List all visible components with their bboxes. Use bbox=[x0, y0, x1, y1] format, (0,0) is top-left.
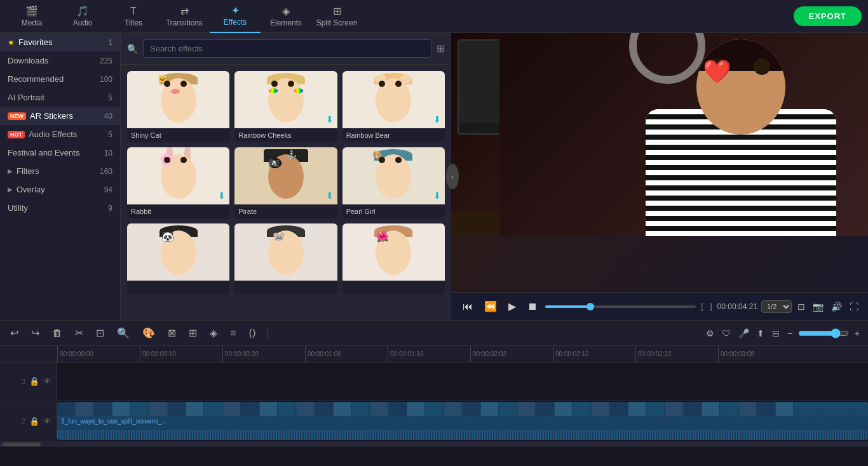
zoom-out-btn[interactable]: − bbox=[785, 326, 794, 340]
effect-card-pearl-girl[interactable]: 🎨 ⬇ Pearl Girl bbox=[342, 147, 445, 218]
scrollbar-thumb[interactable] bbox=[3, 443, 41, 446]
transform-button[interactable]: ⊠ bbox=[164, 324, 180, 342]
sidebar-item-filters[interactable]: ▶ Filters 160 bbox=[0, 162, 120, 180]
filters-expand-icon: ▶ bbox=[8, 168, 13, 175]
zoom-level-select[interactable]: 1/2 1/4 Full bbox=[761, 300, 792, 313]
audio-sync-button[interactable]: ≡ bbox=[226, 325, 240, 342]
stabilize-button[interactable]: ◈ bbox=[206, 324, 221, 342]
delete-button[interactable]: 🗑 bbox=[48, 325, 66, 342]
play-button[interactable]: ▶ bbox=[505, 298, 520, 315]
sidebar-item-audio-effects[interactable]: HOT Audio Effects 5 bbox=[0, 125, 120, 143]
utility-count: 9 bbox=[108, 204, 112, 213]
layout-button[interactable]: ⊟ bbox=[770, 326, 782, 340]
ar-stickers-count: 40 bbox=[104, 112, 112, 121]
ai-portrait-count: 5 bbox=[108, 93, 112, 102]
fit-screen-button[interactable]: ⊡ bbox=[796, 300, 807, 314]
mic-button[interactable]: 🎤 bbox=[736, 326, 751, 340]
crop-button[interactable]: ⊡ bbox=[92, 324, 108, 342]
export-button[interactable]: EXPORT bbox=[794, 6, 862, 26]
audio-effects-count: 5 bbox=[108, 130, 112, 139]
color-button[interactable]: 🎨 bbox=[139, 324, 159, 342]
effect-card-pirate[interactable]: 🏴‍☠️ ⚓ ⬇ Pirate bbox=[234, 147, 337, 218]
export-small-button[interactable]: ⬆ bbox=[755, 326, 766, 340]
search-input[interactable] bbox=[143, 39, 431, 58]
panel-collapse-arrow[interactable]: ‹ bbox=[446, 164, 459, 189]
speed-button[interactable]: ⟨⟩ bbox=[245, 324, 260, 342]
download-icon-pearl-girl[interactable]: ⬇ bbox=[433, 190, 441, 201]
horizontal-scrollbar[interactable] bbox=[0, 442, 868, 447]
split-button[interactable]: ⊞ bbox=[185, 324, 201, 342]
settings-button[interactable]: ⚙ bbox=[704, 326, 716, 340]
download-icon-rainbow-bear[interactable]: ⬇ bbox=[433, 114, 441, 124]
effects-grid: 🐱 Shiny Cat ⬇ bbox=[121, 65, 451, 301]
track2-number: 2 bbox=[22, 417, 25, 425]
ruler-mark-3: 00:00:01:06 bbox=[305, 346, 388, 363]
nav-media-label: Media bbox=[22, 18, 43, 27]
zoom-in-button[interactable]: 🔍 bbox=[113, 324, 133, 342]
sidebar-item-recommended[interactable]: Recommended 100 bbox=[0, 70, 120, 88]
download-icon-pirate[interactable]: ⬇ bbox=[326, 190, 334, 201]
step-back-button[interactable]: ⏪ bbox=[480, 298, 501, 315]
download-icon-rainbow-cheeks[interactable]: ⬇ bbox=[326, 114, 334, 124]
track2-lock-icon[interactable]: 🔒 bbox=[29, 416, 39, 426]
effect-label-pirate: Pirate bbox=[234, 204, 337, 218]
sidebar-item-overlay[interactable]: ▶ Overlay 94 bbox=[0, 180, 120, 199]
nav-titles[interactable]: T Titles bbox=[108, 0, 159, 33]
playback-controls: ⏮ ⏪ ▶ ⏹ [ ] 00:00:04:21 1/2 1/4 Full ⊡ 📷… bbox=[451, 292, 868, 320]
nav-split-screen[interactable]: ⊞ Split Screen bbox=[311, 0, 362, 33]
track3-eye-icon[interactable]: 👁 bbox=[43, 376, 51, 386]
empty-track-row: 3 🔒 👁 bbox=[0, 363, 868, 401]
sidebar-item-utility[interactable]: Utility 9 bbox=[0, 199, 120, 217]
zoom-in-btn[interactable]: + bbox=[853, 326, 862, 340]
effect-label-shiny-cat: Shiny Cat bbox=[127, 128, 229, 142]
effect-card-generic3[interactable]: 🌺 bbox=[342, 223, 445, 295]
progress-bar[interactable] bbox=[545, 305, 696, 308]
shield-button[interactable]: 🛡 bbox=[720, 326, 733, 340]
nav-elements[interactable]: ◈ Elements bbox=[261, 0, 311, 33]
sidebar-item-festival-events[interactable]: Festival and Events 10 bbox=[0, 143, 120, 162]
fullscreen-button[interactable]: ⛶ bbox=[848, 300, 860, 314]
in-point-button[interactable]: [ bbox=[700, 300, 705, 312]
effect-card-rainbow-bear[interactable]: ⬇ Rainbow Bear bbox=[342, 71, 445, 142]
nav-audio[interactable]: 🎵 Audio bbox=[57, 0, 108, 33]
video-clip[interactable]: 3_fun_ways_to_use_split_screens_... bbox=[57, 402, 868, 440]
nav-effects[interactable]: ✦ Effects bbox=[210, 0, 261, 33]
grid-view-icon[interactable]: ⊞ bbox=[437, 43, 445, 55]
track3-number: 3 bbox=[22, 378, 25, 385]
nav-media[interactable]: 🎬 Media bbox=[6, 0, 57, 33]
effect-card-generic1[interactable]: 🐼 bbox=[127, 223, 229, 295]
sidebar-audio-effects-label: Audio Effects bbox=[29, 130, 77, 139]
track3-content bbox=[57, 363, 868, 400]
download-icon-rabbit[interactable]: ⬇ bbox=[218, 190, 226, 201]
ruler-mark-1: 00:00:00:10 bbox=[140, 346, 222, 363]
sidebar-item-favorites[interactable]: ★ Favorites 1 bbox=[0, 33, 120, 51]
nav-split-screen-label: Split Screen bbox=[316, 18, 358, 27]
sidebar-filters-label: Filters bbox=[17, 166, 39, 176]
effect-card-shiny-cat[interactable]: 🐱 Shiny Cat bbox=[127, 71, 229, 142]
effect-card-rabbit[interactable]: 🌸 ⬇ Rabbit bbox=[127, 147, 229, 218]
out-point-button[interactable]: ] bbox=[709, 300, 714, 312]
sidebar-item-ai-portrait[interactable]: AI Portrait 5 bbox=[0, 88, 120, 107]
sidebar-item-ar-stickers[interactable]: NEW AR Stickers 40 bbox=[0, 107, 120, 125]
sidebar-overlay-label: Overlay bbox=[17, 185, 45, 194]
zoom-slider[interactable] bbox=[798, 328, 849, 338]
volume-button[interactable]: 🔊 bbox=[829, 300, 844, 314]
cut-button[interactable]: ✂ bbox=[71, 324, 87, 342]
sidebar-ar-stickers-label: AR Stickers bbox=[30, 111, 73, 121]
effect-card-generic2[interactable]: 🐭 bbox=[234, 223, 337, 295]
undo-button[interactable]: ↩ bbox=[6, 324, 22, 342]
track2-eye-icon[interactable]: 👁 bbox=[43, 416, 51, 426]
audio-icon: 🎵 bbox=[76, 5, 89, 17]
nav-transitions[interactable]: ⇄ Transitions bbox=[159, 0, 210, 33]
sidebar-item-downloads[interactable]: Downloads 225 bbox=[0, 51, 120, 70]
favorites-count: 1 bbox=[108, 38, 112, 47]
snapshot-button[interactable]: 📷 bbox=[811, 300, 825, 314]
redo-button[interactable]: ↪ bbox=[27, 324, 43, 342]
sidebar-favorites-label: Favorites bbox=[18, 37, 52, 47]
skip-back-button[interactable]: ⏮ bbox=[459, 298, 477, 315]
main-area: ★ Favorites 1 Downloads 225 Recommended … bbox=[0, 33, 868, 320]
track2-content[interactable]: 3_fun_ways_to_use_split_screens_... bbox=[57, 401, 868, 441]
track3-lock-icon[interactable]: 🔒 bbox=[29, 376, 39, 386]
stop-button[interactable]: ⏹ bbox=[524, 298, 541, 315]
effect-card-rainbow-cheeks[interactable]: ⬇ Rainbow Cheeks bbox=[234, 71, 337, 142]
